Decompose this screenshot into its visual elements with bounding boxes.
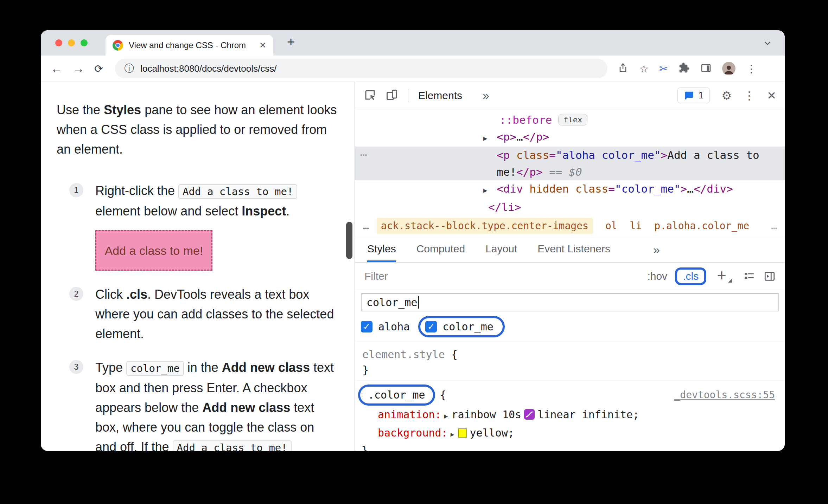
checkbox-checked-icon[interactable]: ✓ (425, 321, 437, 332)
step-2: 2 Click .cls. DevTools reveals a text bo… (57, 285, 338, 344)
stylesheet-source-link[interactable]: _devtools.scss:55 (674, 387, 775, 403)
step-2-body: Click .cls. DevTools reveals a text box … (95, 285, 338, 344)
toggle-hover-state-button[interactable]: :hov (647, 270, 667, 282)
text-bold: Add new class (222, 360, 310, 375)
rule-element-style[interactable]: element.style { } (355, 342, 785, 381)
dom-attr-name: class (510, 149, 549, 161)
property-value[interactable]: rainbow 10s (451, 408, 521, 421)
checkbox-checked-icon[interactable]: ✓ (361, 321, 372, 332)
bezier-curve-icon[interactable] (524, 408, 535, 424)
tabstrip-chevron-down-icon[interactable] (762, 38, 773, 50)
toolbar-icons: ☆ ✂ ⋮ (617, 62, 757, 75)
devtools-close-icon[interactable]: ✕ (767, 89, 776, 102)
tab-computed[interactable]: Computed (416, 237, 465, 262)
class-toggle-color-me-annotated[interactable]: ✓ color_me (418, 316, 505, 337)
rendering-emulation-icon[interactable] (743, 270, 755, 282)
tab-title: View and change CSS - Chrom (129, 40, 256, 50)
breadcrumb-stack-block[interactable]: ack.stack--block.type.center-images (377, 218, 593, 234)
tab-styles[interactable]: Styles (367, 237, 396, 262)
breadcrumb-p-aloha-color-me[interactable]: p.aloha.color_me (654, 220, 749, 232)
dom-more-actions-icon[interactable]: ⋯ (360, 147, 367, 163)
breadcrumb-overflow-left[interactable]: … (363, 220, 369, 232)
property-name[interactable]: animation: (378, 408, 441, 421)
more-panels-icon[interactable]: » (483, 89, 489, 102)
property-value[interactable]: linear infinite; (537, 408, 639, 421)
expand-arrow-icon[interactable]: ▶ (483, 182, 497, 199)
text-bold: .cls (126, 287, 147, 302)
scissors-extension-icon[interactable]: ✂ (659, 63, 668, 75)
step-3-number: 3 (69, 360, 83, 374)
dom-row-p-collapsed[interactable]: ▶<p>…</p> (355, 128, 785, 147)
extensions-puzzle-icon[interactable] (679, 62, 690, 75)
traffic-light-zoom[interactable] (81, 39, 88, 46)
text-caret (418, 296, 419, 309)
device-toolbar-icon[interactable] (386, 89, 398, 103)
color-swatch-yellow[interactable] (458, 428, 467, 438)
bookmark-star-icon[interactable]: ☆ (639, 63, 649, 75)
docs-intro: Use the Styles pane to see how an elemen… (57, 100, 338, 159)
class-toggle-aloha[interactable]: ✓ aloha (361, 321, 410, 333)
devtools-toolbar: Elements » 1 ⚙ ⋮ ✕ (355, 82, 785, 109)
rule-color-me[interactable]: .color_me { _devtools.scss:55 animation:… (355, 381, 785, 451)
dom-tag: </div> (694, 182, 733, 195)
tab-event-listeners[interactable]: Event Listeners (537, 237, 610, 262)
dom-tag: </p> (523, 130, 549, 143)
back-icon[interactable]: ← (51, 62, 63, 76)
devtools-settings-gear-icon[interactable]: ⚙ (722, 89, 732, 102)
inspect-element-icon[interactable] (364, 89, 376, 103)
page-scrollbar-thumb[interactable] (346, 222, 352, 259)
dom-attr-name: hidden (523, 182, 569, 195)
add-class-demo-box[interactable]: Add a class to me! (95, 230, 212, 271)
flex-badge[interactable]: flex (558, 114, 587, 125)
property-name[interactable]: background: (378, 427, 448, 439)
dom-breadcrumbs: … ack.stack--block.type.center-images ol… (355, 215, 785, 237)
text-segment: Click (95, 287, 126, 302)
dom-eq: = (608, 182, 615, 195)
browser-menu-kebab-icon[interactable]: ⋮ (746, 63, 757, 75)
text-segment: . (286, 204, 289, 218)
breadcrumb-ol[interactable]: ol (605, 220, 617, 232)
profile-avatar[interactable] (722, 62, 735, 75)
dom-eq: = (549, 149, 556, 161)
tab-elements[interactable]: Elements (418, 90, 462, 102)
dom-row-selected[interactable]: ⋯ <p class="aloha color_me">Add a class … (355, 147, 785, 180)
property-value[interactable]: yellow; (470, 427, 514, 439)
cls-button-annotated[interactable]: .cls (675, 267, 706, 285)
traffic-light-minimize[interactable] (68, 39, 75, 46)
tab-close-icon[interactable]: ✕ (259, 40, 266, 50)
new-tab-button[interactable]: + (287, 34, 295, 50)
new-style-rule-button[interactable]: + (717, 266, 726, 285)
styles-sidebar-tabs: Styles Computed Layout Event Listeners » (355, 237, 785, 263)
side-panel-icon[interactable] (700, 62, 712, 75)
more-tabs-icon[interactable]: » (653, 237, 660, 262)
dom-row-div-hidden[interactable]: ▶<div hidden class="color_me">…</div> (355, 180, 785, 199)
reload-icon[interactable]: ⟳ (94, 63, 103, 75)
breadcrumb-overflow-right[interactable]: … (771, 220, 777, 232)
expand-arrow-icon[interactable]: ▶ (483, 130, 497, 147)
site-info-icon[interactable]: ⓘ (124, 62, 134, 75)
color-me-selector-annotated[interactable]: .color_me (358, 385, 435, 406)
traffic-light-close[interactable] (55, 39, 62, 46)
element-style-selector[interactable]: element.style (362, 348, 445, 361)
dom-row-before[interactable]: ::beforeflex (355, 111, 785, 128)
tab-layout[interactable]: Layout (485, 237, 517, 262)
devtools-menu-kebab-icon[interactable]: ⋮ (744, 89, 755, 102)
browser-tab[interactable]: View and change CSS - Chrom ✕ (106, 35, 273, 56)
forward-icon[interactable]: → (72, 62, 84, 76)
expand-arrow-icon[interactable]: ▶ (451, 431, 454, 438)
add-new-class-value: color_me (367, 296, 418, 309)
step-2-number: 2 (69, 287, 83, 301)
add-new-class-input[interactable]: color_me (361, 293, 779, 311)
pseudo-element: ::before (499, 114, 552, 126)
expand-arrow-icon[interactable]: ▶ (444, 412, 448, 420)
property-animation[interactable]: animation:▶rainbow 10slinear infinite; (355, 407, 785, 424)
computed-sidebar-toggle-icon[interactable] (764, 270, 776, 282)
breadcrumb-li[interactable]: li (630, 220, 642, 232)
console-messages-button[interactable]: 1 (677, 88, 709, 103)
dom-tag: <p> (497, 130, 516, 143)
share-icon[interactable] (617, 62, 629, 75)
url-bar[interactable]: ⓘ localhost:8080/docs/devtools/css/ (115, 59, 607, 78)
property-background[interactable]: background:▶yellow; (355, 425, 785, 442)
dom-row-li-close[interactable]: </li> (355, 199, 785, 215)
styles-filter-input[interactable] (364, 270, 647, 282)
